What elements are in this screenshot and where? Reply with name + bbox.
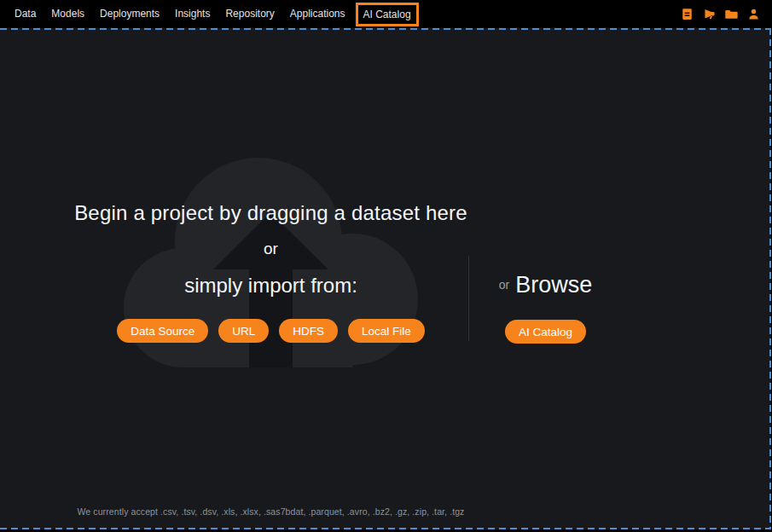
accepted-formats-note: We currently accept .csv, .tsv, .dsv, .x…: [0, 506, 542, 517]
hdfs-button[interactable]: HDFS: [279, 319, 338, 343]
dropzone-border-bottom: [0, 528, 771, 529]
top-nav-bar: Data Models Deployments Insights Reposit…: [0, 0, 772, 28]
browse-heading: Browse: [515, 272, 592, 298]
nav-icon-group: [681, 8, 772, 20]
nav-item-applications[interactable]: Applications: [282, 0, 353, 28]
import-button-row: Data Source URL HDFS Local File: [0, 319, 542, 343]
nav-item-data[interactable]: Data: [7, 0, 44, 28]
nav-item-repository[interactable]: Repository: [218, 0, 282, 28]
url-button[interactable]: URL: [218, 319, 269, 343]
nav-item-ai-catalog[interactable]: AI Catalog: [356, 3, 419, 26]
announcements-icon[interactable]: [703, 8, 716, 20]
dataset-dropzone[interactable]: Begin a project by dragging a dataset he…: [0, 28, 771, 529]
dropzone-border-top: [0, 28, 771, 30]
docs-icon[interactable]: [681, 8, 694, 20]
user-icon[interactable]: [747, 8, 760, 20]
local-file-button[interactable]: Local File: [348, 319, 425, 343]
primary-nav: Data Models Deployments Insights Reposit…: [7, 0, 419, 28]
or-separator: or: [0, 240, 542, 258]
folder-icon[interactable]: [725, 8, 738, 20]
nav-item-models[interactable]: Models: [44, 0, 92, 28]
dropzone-heading: Begin a project by dragging a dataset he…: [0, 201, 542, 225]
ai-catalog-button[interactable]: AI Catalog: [505, 320, 586, 344]
browse-heading-line: orBrowse: [488, 272, 603, 298]
nav-item-deployments[interactable]: Deployments: [92, 0, 167, 28]
nav-item-insights[interactable]: Insights: [167, 0, 218, 28]
import-subheading: simply import from:: [0, 274, 542, 298]
browse-or-label: or: [499, 278, 509, 292]
dropzone-border-right: [769, 28, 771, 529]
section-divider: [468, 256, 469, 341]
data-source-button[interactable]: Data Source: [117, 319, 208, 343]
